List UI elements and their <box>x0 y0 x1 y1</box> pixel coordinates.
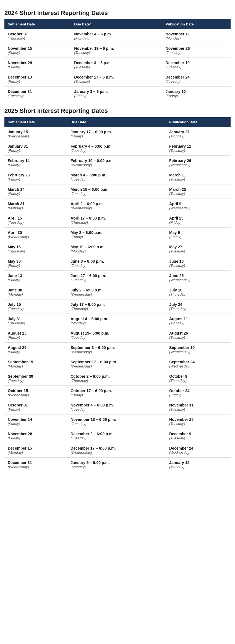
pub-cell: January 10 (Friday) <box>162 87 231 101</box>
settlement-cell: May 30 (Friday) <box>4 256 67 271</box>
pub-cell: June 10 (Tuesday) <box>166 256 231 271</box>
due-cell: June 17 – 6:00 p.m. (Tuesday) <box>67 271 166 285</box>
pub-cell: September 10 (Wednesday) <box>166 343 231 357</box>
settlement-cell: November 14 (Friday) <box>4 414 67 429</box>
pub-cell: May 27 (Tuesday) <box>166 242 231 256</box>
due-cell: November 4 – 6 p.m. (Monday) <box>71 29 162 43</box>
table-row: August 29 (Friday) September 3 – 6:00 p.… <box>4 343 231 357</box>
due-cell: April 17 – 6:00 p.m. (Thursday) <box>67 213 166 228</box>
header-settlement-2025: Settlement Date <box>4 117 67 127</box>
due-cell: May 19 – 6:00 p.m. (Monday) <box>67 242 166 256</box>
due-cell: July 17 – 6:00 p.m. (Thursday) <box>67 299 166 314</box>
due-cell: December 17 – 6 p.m. (Tuesday) <box>71 72 162 87</box>
due-cell: November 19 – 6 p.m. (Tuesday) <box>71 43 162 58</box>
due-cell: February 4 – 6:00 p.m. (Tuesday) <box>67 141 166 156</box>
due-cell: October 17 – 6:00 p.m. (Friday) <box>67 386 166 400</box>
table-row: February 28 (Friday) March 4 – 6:00 p.m.… <box>4 170 231 184</box>
settlement-cell: September 30 (Tuesday) <box>4 371 67 386</box>
table-row: February 14 (Friday) February 19 – 6:00 … <box>4 156 231 170</box>
pub-cell: October 9 (Thursday) <box>166 371 231 386</box>
settlement-cell: November 15 (Friday) <box>4 43 71 58</box>
table-2025: Settlement Date Due Date¹ Publication Da… <box>4 117 231 472</box>
settlement-cell: March 31 (Monday) <box>4 199 67 213</box>
table-row: January 31 (Friday) February 4 – 6:00 p.… <box>4 141 231 156</box>
due-cell: August 19– 6:00 p.m. (Tuesday) <box>67 328 166 343</box>
settlement-cell: April 30 (Wednesday) <box>4 228 67 242</box>
due-cell: November 18 – 6:00 p.m. (Tuesday) <box>67 414 166 429</box>
pub-cell: February 26 (Wednesday) <box>166 156 231 170</box>
due-cell: November 4 – 6:00 p.m. (Tuesday) <box>67 400 166 414</box>
table-row: June 30 (Monday) July 2 – 6:00 p.m. (Wed… <box>4 285 231 299</box>
table-row: December 31 (Tuesday) January 3 – 6 p.m.… <box>4 87 231 101</box>
due-cell: October 2 – 6:00 p.m. (Thursday) <box>67 371 166 386</box>
settlement-cell: December 31 (Wednesday) <box>4 458 67 472</box>
table-row: December 13 (Friday) December 17 – 6 p.m… <box>4 72 231 87</box>
pub-cell: December 24 (Wednesday) <box>166 443 231 458</box>
pub-cell: June 25 (Wednesday) <box>166 271 231 285</box>
table-row: September 30 (Tuesday) October 2 – 6:00 … <box>4 371 231 386</box>
header-pub-2024: Publication Date <box>162 19 231 29</box>
header-pub-2025: Publication Date <box>166 117 231 127</box>
table-row: November 14 (Friday) November 18 – 6:00 … <box>4 414 231 429</box>
table-row: May 30 (Friday) June 3 – 6:00 p.m. (Tues… <box>4 256 231 271</box>
pub-cell: August 26 (Tuesday) <box>166 328 231 343</box>
settlement-cell: August 15 (Friday) <box>4 328 67 343</box>
pub-cell: November 11 (Monday) <box>162 29 231 43</box>
table-row: October 31 (Thursday) November 4 – 6 p.m… <box>4 29 231 43</box>
settlement-cell: December 13 (Friday) <box>4 72 71 87</box>
pub-cell: July 24 (Thursday) <box>166 299 231 314</box>
settlement-cell: May 15 (Thursday) <box>4 242 67 256</box>
title-2025: 2025 Short Interest Reporting Dates <box>4 107 231 114</box>
pub-cell: September 24 (Wednesday) <box>166 357 231 371</box>
table-row: October 15 (Wednesday) October 17 – 6:00… <box>4 386 231 400</box>
pub-cell: November 25 (Tuesday) <box>166 414 231 429</box>
table-row: April 30 (Wednesday) May 2 – 6:00 p.m. (… <box>4 228 231 242</box>
table-row: July 31 (Thursday) August 4 – 6:00 p.m. … <box>4 314 231 328</box>
settlement-cell: October 31 (Friday) <box>4 400 67 414</box>
pub-cell: April 9 (Wednesday) <box>166 199 231 213</box>
settlement-cell: July 31 (Thursday) <box>4 314 67 328</box>
pub-cell: December 24 (Tuesday) <box>162 72 231 87</box>
settlement-cell: December 31 (Tuesday) <box>4 87 71 101</box>
title-2024: 2024 Short Interest Reporting Dates <box>4 9 231 17</box>
due-cell: December 3 – 6 p.m. (Tuesday) <box>71 58 162 72</box>
due-cell: May 2 – 6:00 p.m. (Friday) <box>67 228 166 242</box>
settlement-cell: December 15 (Monday) <box>4 443 67 458</box>
due-cell: December 2 – 6:00 p.m. (Tuesday) <box>67 429 166 443</box>
due-cell: April 2 – 6:00 p.m. (Wednesday) <box>67 199 166 213</box>
settlement-cell: February 28 (Friday) <box>4 170 67 184</box>
pub-cell: May 9 (Friday) <box>166 228 231 242</box>
header-due-2024: Due Date¹ <box>71 19 162 29</box>
pub-cell: December 10 (Tuesday) <box>162 58 231 72</box>
due-cell: September 17 – 6:00 p.m. (Wednesday) <box>67 357 166 371</box>
due-cell: February 19 – 6:00 p.m. (Wednesday) <box>67 156 166 170</box>
pub-cell: January 12 (Monday) <box>166 458 231 472</box>
settlement-cell: July 15 (Tuesday) <box>4 299 67 314</box>
due-cell: December 17 – 6:00 p.m. (Wednesday) <box>67 443 166 458</box>
due-cell: July 2 – 6:00 p.m. (Wednesday) <box>67 285 166 299</box>
pub-cell: November 26 (Tuesday) <box>162 43 231 58</box>
pub-cell: March 25 (Tuesday) <box>166 184 231 199</box>
table-row: July 15 (Tuesday) July 17 – 6:00 p.m. (T… <box>4 299 231 314</box>
settlement-cell: August 29 (Friday) <box>4 343 67 357</box>
table-2024: Settlement Date Due Date¹ Publication Da… <box>4 19 231 101</box>
table-row: March 14 (Friday) March 18 – 6:00 p.m. (… <box>4 184 231 199</box>
due-cell: January 3 – 6 p.m. (Friday) <box>71 87 162 101</box>
settlement-cell: November 29 (Friday) <box>4 58 71 72</box>
pub-cell: January 27 (Monday) <box>166 127 231 141</box>
header-settlement-2024: Settlement Date <box>4 19 71 29</box>
table-row: May 15 (Thursday) May 19 – 6:00 p.m. (Mo… <box>4 242 231 256</box>
settlement-cell: April 15 (Tuesday) <box>4 213 67 228</box>
settlement-cell: June 30 (Monday) <box>4 285 67 299</box>
pub-cell: December 9 (Tuesday) <box>166 429 231 443</box>
due-cell: March 18 – 6:00 p.m. (Tuesday) <box>67 184 166 199</box>
settlement-cell: November 28 (Friday) <box>4 429 67 443</box>
header-due-2025: Due Date¹ <box>67 117 166 127</box>
table-row: June 13 (Friday) June 17 – 6:00 p.m. (Tu… <box>4 271 231 285</box>
pub-cell: August 11 (Monday) <box>166 314 231 328</box>
table-row: December 15 (Monday) December 17 – 6:00 … <box>4 443 231 458</box>
due-cell: January 5 – 6:00 p.m. (Monday) <box>67 458 166 472</box>
table-row: August 15 (Friday) August 19– 6:00 p.m. … <box>4 328 231 343</box>
table-row: November 29 (Friday) December 3 – 6 p.m.… <box>4 58 231 72</box>
table-row: April 15 (Tuesday) April 17 – 6:00 p.m. … <box>4 213 231 228</box>
